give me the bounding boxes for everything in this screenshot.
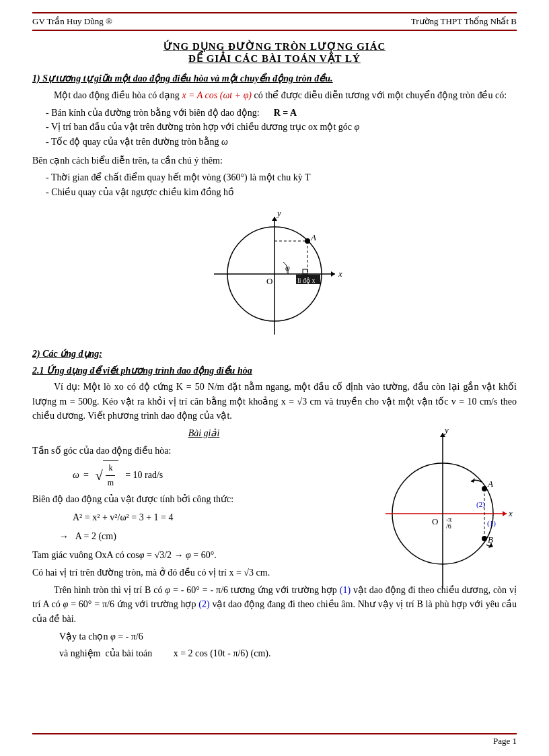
sol-amplitude-formula1: A² = x² + v²/ω² = 3 + 1 = 4 (73, 510, 375, 526)
section1-note1: - Thời gian để chất điểm quay hết một vò… (46, 170, 517, 185)
svg-text:y: y (276, 208, 281, 218)
page: GV Trần Huy Dũng ® Trường THPT Thống Nhấ… (0, 0, 549, 756)
sol-line1: Tần số góc của dao động điều hòa: (32, 444, 375, 458)
section1-title: 1) Sự tương tự giữa một dao động điều hò… (32, 73, 517, 84)
svg-marker-4 (272, 217, 277, 221)
header: GV Trần Huy Dũng ® Trường THPT Thống Nhấ… (32, 12, 517, 31)
svg-text:/6: /6 (446, 522, 451, 530)
sol-two-positions: Có hai vị trí trên đường tròn, mà ở đó đ… (32, 565, 375, 580)
svg-text:φ: φ (285, 263, 290, 273)
svg-text:A: A (310, 232, 316, 242)
diagram2: x y O A B -π (382, 426, 517, 597)
title-line2: ĐỂ GIẢI CÁC BÀI TOÁN VẬT LÝ (32, 53, 517, 65)
sol-amplitude-formula2: → A = 2 (cm) (59, 528, 375, 545)
svg-rect-12 (303, 269, 307, 274)
section1-note2: - Chiều quay của vật ngược chiều kim đồn… (46, 185, 517, 200)
section1-para2: Bên cạnh cách biểu diễn trên, ta cần chú… (32, 153, 517, 168)
svg-text:O: O (266, 276, 272, 286)
example-text: Ví dụ: Một lò xo có độ cứng K = 50 N/m đ… (32, 380, 517, 423)
solution-section: x y O A B -π (32, 426, 517, 661)
header-left: GV Trần Huy Dũng ® (32, 16, 112, 27)
main-title: ỨNG DỤNG ĐƯỜNG TRÒN LƯỢNG GIÁC ĐỂ GIẢI C… (32, 40, 517, 65)
svg-text:x: x (508, 508, 513, 518)
section1-para1: Một dao động điều hòa có dạng x = A cos … (32, 88, 517, 103)
section2-title: 2) Các ứng dụng: (32, 348, 517, 359)
sol-triangle: Tam giác vuông OxA có cosφ = √3/2 → φ = … (32, 548, 375, 563)
solution-text-left: Bài giải Tần số góc của dao động điều hò… (32, 426, 375, 580)
svg-text:(2): (2) (476, 500, 485, 509)
title-line1: ỨNG DỤNG ĐƯỜNG TRÒN LƯỢNG GIÁC (32, 40, 517, 53)
svg-text:(1): (1) (487, 519, 496, 528)
svg-text:A: A (487, 479, 493, 489)
header-right: Trường THPT Thống Nhất B (411, 16, 517, 27)
svg-text:x: x (338, 269, 342, 279)
section1-item1: - Bán kính của đường tròn bằng với biên … (46, 106, 517, 121)
sol-amplitude-text: Biên độ dao động của vật được tính bởi c… (32, 492, 375, 507)
section1-item3: - Tốc độ quay của vật trên đường tròn bằ… (46, 135, 517, 149)
section1-item2: - Vị trí ban đầu của vật trên đường tròn… (46, 120, 517, 135)
section2-sub1-title: 2.1 Ứng dụng để viết phương trình dao độ… (32, 365, 517, 376)
svg-text:B: B (488, 535, 493, 545)
sol-choose-phi: Vậy ta chọn φ = - π/6 (59, 629, 517, 644)
footer-line (32, 733, 517, 734)
sol-answer: và nghiệm của bài toán x = 2 cos (10t - … (59, 646, 517, 661)
svg-text:li độ x: li độ x (297, 277, 316, 284)
solution-header: Bài giải (32, 426, 375, 441)
svg-marker-2 (331, 271, 335, 277)
sol-omega-formula: ω = √ k m = 10 rad/s (73, 460, 375, 489)
diagram1: x y O A φ li độ x (32, 207, 517, 341)
formula-highlight: x = A cos (ωt + φ) (182, 90, 252, 100)
svg-text:O: O (432, 516, 438, 526)
svg-text:y: y (443, 426, 449, 435)
svg-marker-18 (503, 511, 507, 516)
page-number: Page 1 (493, 736, 517, 747)
